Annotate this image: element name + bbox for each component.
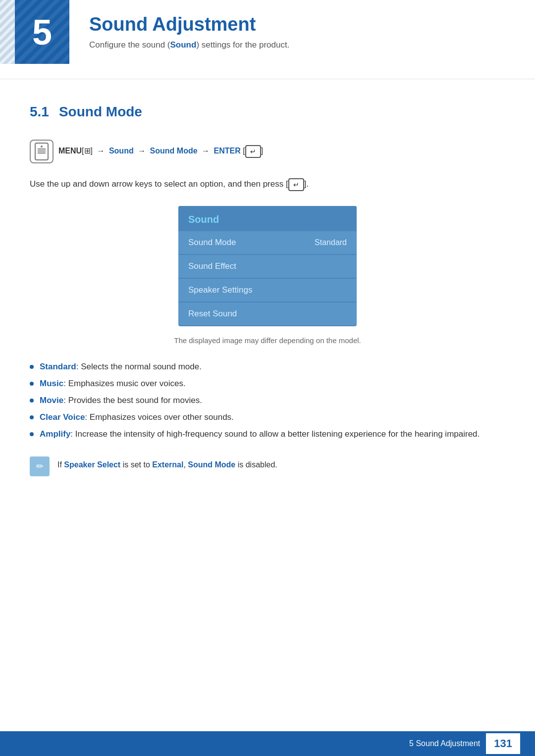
page-number: 131 [486, 733, 520, 754]
bullet-dot [30, 365, 34, 369]
list-item-text: Clear Voice: Emphasizes voices over othe… [40, 412, 234, 422]
image-note: The displayed image may differ depending… [30, 336, 505, 345]
term-music: Music [40, 379, 63, 388]
instruction-before: Use the up and down arrow keys to select… [30, 179, 288, 189]
note-term1: Speaker Select [64, 460, 120, 469]
arrow2: → [138, 147, 146, 155]
note-before: If [57, 460, 64, 469]
menu-item-speaker-settings[interactable]: Speaker Settings [178, 279, 357, 302]
term-amplify: Amplify [40, 429, 70, 439]
bullet-list: Standard: Selects the normal sound mode.… [30, 362, 505, 439]
menu-item-label-sound-mode: Sound Mode [188, 238, 236, 248]
menu-word: MENU [58, 147, 82, 155]
breadcrumb-item1: Sound [109, 147, 134, 155]
stripe-decoration [0, 0, 15, 64]
bracket-close: ] [91, 147, 93, 155]
nav-breadcrumb: MENU[⊞] → Sound → Sound Mode → ENTER [↵] [30, 140, 505, 163]
bullet-dot [30, 432, 34, 436]
arrow3: → [202, 147, 210, 155]
subtitle-before: Configure the sound ( [89, 40, 170, 50]
note-comma: , [183, 460, 188, 469]
term-standard: Standard [40, 362, 76, 371]
page-footer: 5 Sound Adjustment 131 [0, 731, 535, 756]
bullet-dot [30, 399, 34, 403]
menu-icon: ⊞ [84, 147, 91, 155]
footer-text: 5 Sound Adjustment [409, 739, 480, 748]
note-term3: Sound Mode [188, 460, 235, 469]
list-item-text: Music: Emphasizes music over voices. [40, 379, 186, 389]
breadcrumb-item3: ENTER [214, 147, 240, 155]
list-item: Music: Emphasizes music over voices. [30, 379, 505, 389]
header-text: Sound Adjustment Configure the sound (So… [69, 0, 309, 64]
menu-item-sound-mode[interactable]: Sound Mode Standard [178, 231, 357, 254]
menu-item-value-sound-mode: Standard [315, 238, 347, 247]
note-text: If Speaker Select is set to External, So… [57, 456, 277, 469]
section-name: Sound Mode [59, 104, 142, 120]
menu-screenshot: Sound Sound Mode Standard Sound Effect S… [178, 206, 357, 326]
menu-item-sound-effect[interactable]: Sound Effect [178, 255, 357, 278]
breadcrumb-text: MENU[⊞] → Sound → Sound Mode → ENTER [↵] [58, 145, 263, 158]
term-clear-voice: Clear Voice [40, 412, 85, 422]
list-item: Standard: Selects the normal sound mode. [30, 362, 505, 372]
main-content: 5.1 Sound Mode MENU[⊞] → Sound → Sound M… [0, 79, 535, 516]
instruction-enter-key: ↵ [288, 178, 304, 191]
remote-line3 [38, 152, 46, 153]
remote-icon-box [30, 140, 54, 163]
menu-item-reset-sound[interactable]: Reset Sound [178, 302, 357, 325]
section-title-row: 5.1 Sound Mode [30, 104, 505, 120]
enter-key-icon: ↵ [245, 145, 261, 158]
menu-item-label-reset-sound: Reset Sound [188, 309, 237, 319]
chapter-title: Sound Adjustment [89, 14, 289, 35]
note-middle: is set to [120, 460, 152, 469]
breadcrumb-item2: Sound Mode [150, 147, 198, 155]
list-item: Amplify: Increase the intensity of high-… [30, 429, 505, 439]
bullet-dot [30, 415, 34, 419]
list-item: Clear Voice: Emphasizes voices over othe… [30, 412, 505, 422]
chapter-subtitle: Configure the sound (Sound) settings for… [89, 40, 289, 50]
arrow1: → [97, 147, 105, 155]
page-header: 5 Sound Adjustment Configure the sound (… [0, 0, 535, 79]
note-after: is disabled. [235, 460, 277, 469]
instruction-after: ]. [304, 179, 309, 189]
bullet-dot [30, 382, 34, 386]
instruction-text: Use the up and down arrow keys to select… [30, 178, 505, 191]
menu-title: Sound [178, 206, 357, 230]
subtitle-highlight: Sound [170, 40, 197, 50]
subtitle-after: ) settings for the product. [196, 40, 289, 50]
chapter-number: 5 [32, 12, 52, 52]
note-box: If Speaker Select is set to External, So… [30, 456, 505, 476]
list-item-text: Standard: Selects the normal sound mode. [40, 362, 202, 372]
chapter-number-block: 5 [15, 0, 69, 64]
menu-item-label-speaker-settings: Speaker Settings [188, 285, 252, 295]
list-item: Movie: Provides the best sound for movie… [30, 396, 505, 405]
list-item-text: Movie: Provides the best sound for movie… [40, 396, 202, 405]
remote-icon [35, 143, 49, 160]
remote-line [38, 149, 46, 150]
remote-line2 [38, 151, 46, 151]
section-number: 5.1 [30, 104, 49, 120]
term-movie: Movie [40, 396, 63, 405]
list-item-text: Amplify: Increase the intensity of high-… [40, 429, 480, 439]
note-term2: External [152, 460, 183, 469]
menu-item-label-sound-effect: Sound Effect [188, 261, 236, 271]
enter-bracket-close: ] [261, 147, 263, 155]
remote-dot [41, 146, 43, 148]
note-icon [30, 456, 50, 476]
enter-bracket-open: [ [243, 147, 245, 155]
